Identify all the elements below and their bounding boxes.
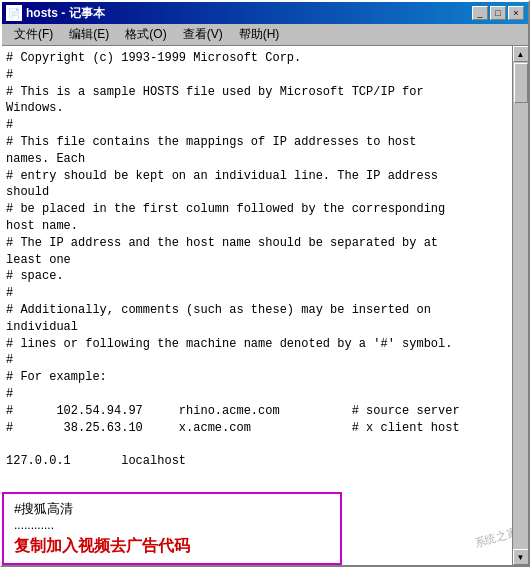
main-window: 📄 hosts - 记事本 _ □ × 文件(F) 编辑(E) 格式(O) 查看… bbox=[0, 0, 530, 567]
close-button[interactable]: × bbox=[508, 6, 524, 20]
maximize-button[interactable]: □ bbox=[490, 6, 506, 20]
menu-edit[interactable]: 编辑(E) bbox=[61, 24, 117, 45]
menubar: 文件(F) 编辑(E) 格式(O) 查看(V) 帮助(H) bbox=[2, 24, 528, 46]
window-title: hosts - 记事本 bbox=[26, 5, 105, 22]
ad-title: #搜狐高清 bbox=[14, 500, 330, 518]
vertical-scrollbar[interactable]: ▲ ▼ bbox=[512, 46, 528, 565]
content-area: # Copyright (c) 1993-1999 Microsoft Corp… bbox=[2, 46, 528, 565]
title-buttons: _ □ × bbox=[472, 6, 524, 20]
hosts-file-content[interactable]: # Copyright (c) 1993-1999 Microsoft Corp… bbox=[2, 46, 528, 485]
scrollbar-track[interactable] bbox=[513, 62, 528, 549]
minimize-button[interactable]: _ bbox=[472, 6, 488, 20]
scrollbar-thumb[interactable] bbox=[514, 63, 528, 103]
ad-overlay: #搜狐高清 ............ 复制加入视频去广告代码 bbox=[2, 492, 342, 565]
title-bar-left: 📄 hosts - 记事本 bbox=[6, 5, 105, 22]
menu-view[interactable]: 查看(V) bbox=[175, 24, 231, 45]
ad-main-text[interactable]: 复制加入视频去广告代码 bbox=[14, 536, 330, 557]
scroll-up-button[interactable]: ▲ bbox=[513, 46, 529, 62]
title-bar: 📄 hosts - 记事本 _ □ × bbox=[2, 2, 528, 24]
menu-help[interactable]: 帮助(H) bbox=[231, 24, 288, 45]
scroll-down-button[interactable]: ▼ bbox=[513, 549, 529, 565]
menu-format[interactable]: 格式(O) bbox=[117, 24, 174, 45]
app-icon: 📄 bbox=[6, 5, 22, 21]
ad-dots: ............ bbox=[14, 518, 330, 532]
menu-file[interactable]: 文件(F) bbox=[6, 24, 61, 45]
